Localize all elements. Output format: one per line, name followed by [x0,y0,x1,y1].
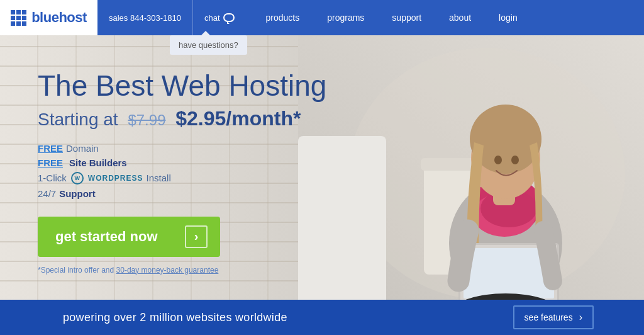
nav-links: products programs support about login [252,0,531,35]
hero-content: The Best Web Hosting Starting at $7.99 $… [38,70,346,275]
hero-person-image [298,35,644,300]
nav-item-programs[interactable]: programs [313,0,378,35]
nav-item-about[interactable]: about [435,0,485,35]
footer-bar: powering over 2 million websites worldwi… [0,300,644,335]
feature-domain: FREE Domain [38,143,346,154]
nav-sales: sales 844-303-1810 [97,0,193,35]
money-back-link[interactable]: 30-day money-back guarantee [116,266,219,275]
logo-text: bluehost [31,9,87,26]
cta-label: get started now [55,229,158,245]
see-features-arrow-icon: › [579,312,582,323]
features-list: FREE Domain FREE Site Builders 1-Click W… [38,143,346,199]
nav-item-login[interactable]: login [485,0,531,35]
nav-item-support[interactable]: support [378,0,435,35]
logo[interactable]: bluehost [0,0,97,35]
new-price: $2.95/month* [175,107,301,130]
feature-wordpress: 1-Click W WordPress Install [38,172,346,185]
hero-section: The Best Web Hosting Starting at $7.99 $… [0,35,644,300]
chat-bubble-icon [223,13,235,22]
get-started-button[interactable]: get started now › [38,217,220,257]
svg-point-11 [511,156,519,164]
see-features-label: see features [525,312,573,322]
hero-pricing: Starting at $7.99 $2.95/month* [38,107,346,130]
see-features-button[interactable]: see features › [513,305,594,329]
feature-support: 24/7 Support [38,188,346,199]
feature-sitebuilder: FREE Site Builders [38,157,346,168]
old-price: $7.99 [128,111,165,128]
cta-arrow-icon: › [185,225,208,248]
have-questions-tooltip: have questions? [170,35,247,55]
wordpress-icon: W [71,172,84,185]
main-nav: bluehost sales 844-303-1810 chat product… [0,0,644,35]
nav-item-products[interactable]: products [252,0,314,35]
nav-chat[interactable]: chat [193,0,246,35]
svg-rect-2 [421,158,476,171]
hero-title: The Best Web Hosting [38,70,346,102]
logo-grid-icon [11,10,26,26]
pricing-prefix: Starting at [38,110,118,129]
footer-text: powering over 2 million websites worldwi… [63,311,287,324]
disclaimer: *Special intro offer and 30-day money-ba… [38,266,346,275]
svg-point-10 [494,156,502,164]
